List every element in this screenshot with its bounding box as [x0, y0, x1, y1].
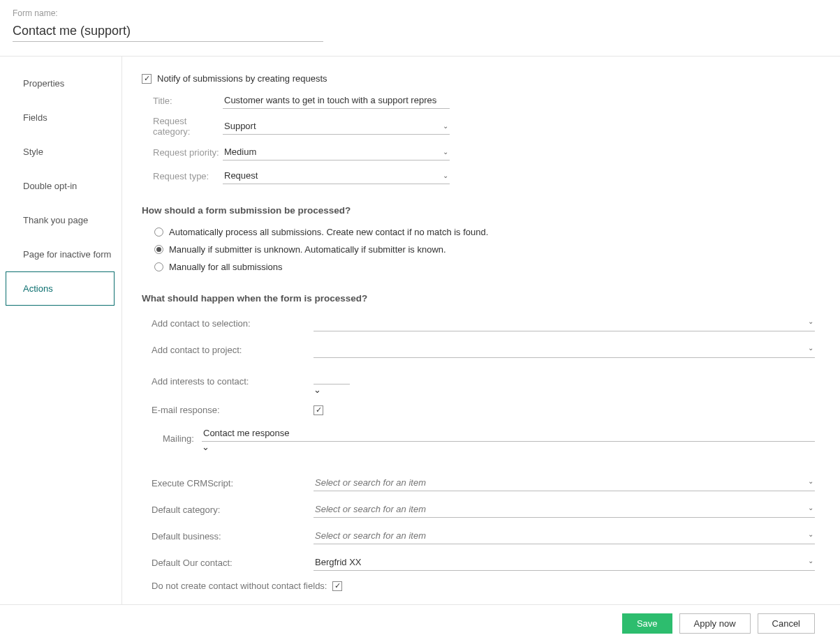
default-category-label: Default category:: [152, 505, 314, 515]
notify-checkbox[interactable]: ✓: [142, 74, 152, 84]
default-business-label: Default business:: [152, 531, 314, 542]
type-select[interactable]: [223, 167, 450, 184]
add-to-project-label: Add contact to project:: [152, 345, 314, 355]
sidebar-item-fields[interactable]: Fields: [6, 100, 115, 135]
sidebar-item-properties[interactable]: Properties: [6, 66, 115, 100]
add-to-selection-select[interactable]: [314, 315, 815, 331]
priority-label: Request priority:: [153, 147, 223, 158]
sidebar-item-actions[interactable]: Actions: [6, 271, 115, 306]
processing-heading: How should a form submission be processe…: [142, 205, 815, 216]
add-interests-select[interactable]: [314, 368, 350, 385]
processing-radio-mixed[interactable]: [154, 245, 163, 254]
notify-checkbox-label: Notify of submissions by creating reques…: [157, 73, 327, 84]
header: Form name:: [0, 0, 840, 49]
crmscript-label: Execute CRMScript:: [152, 478, 314, 488]
sidebar-item-style[interactable]: Style: [6, 135, 115, 169]
save-button[interactable]: Save: [622, 613, 672, 634]
category-select[interactable]: [223, 118, 450, 135]
chevron-down-icon: ⌄: [314, 385, 321, 395]
processed-actions-heading: What should happen when the form is proc…: [142, 293, 815, 304]
processing-option-manual: Manually for all submissions: [169, 262, 283, 272]
chevron-down-icon: ⌄: [202, 442, 209, 452]
add-interests-label: Add interests to contact:: [152, 376, 314, 387]
sidebar-item-double-opt-in[interactable]: Double opt-in: [6, 169, 115, 203]
email-response-checkbox[interactable]: ✓: [314, 405, 323, 415]
main-content: ✓ Notify of submissions by creating requ…: [122, 57, 840, 615]
no-contact-label: Do not create contact without contact fi…: [152, 581, 327, 591]
default-our-contact-label: Default Our contact:: [152, 558, 314, 568]
processing-radio-auto[interactable]: [154, 227, 163, 237]
processing-option-mixed: Manually if submitter is unknown. Automa…: [169, 244, 446, 255]
sidebar-item-thank-you[interactable]: Thank you page: [6, 203, 115, 237]
default-our-contact-select[interactable]: [314, 554, 815, 571]
default-business-select[interactable]: [314, 528, 815, 544]
footer: Save Apply now Cancel: [0, 604, 840, 642]
title-label: Title:: [153, 96, 223, 106]
no-contact-checkbox[interactable]: ✓: [332, 581, 342, 591]
email-response-label: E-mail response:: [152, 405, 314, 415]
add-to-selection-label: Add contact to selection:: [152, 318, 314, 329]
priority-select[interactable]: [223, 144, 450, 160]
form-name-input[interactable]: [13, 21, 323, 42]
add-to-project-select[interactable]: [314, 341, 815, 358]
default-category-select[interactable]: [314, 501, 815, 518]
type-label: Request type:: [153, 171, 223, 181]
apply-now-button[interactable]: Apply now: [679, 613, 751, 634]
processing-option-auto: Automatically process all submissions. C…: [169, 227, 488, 237]
processing-radio-manual[interactable]: [154, 262, 163, 271]
sidebar-item-inactive-page[interactable]: Page for inactive form: [6, 237, 115, 271]
sidebar: Properties Fields Style Double opt-in Th…: [0, 57, 122, 615]
form-name-label: Form name:: [13, 8, 827, 18]
title-input[interactable]: [223, 92, 450, 109]
mailing-select[interactable]: [202, 425, 815, 442]
category-label: Request category:: [153, 116, 223, 137]
crmscript-select[interactable]: [314, 475, 815, 491]
cancel-button[interactable]: Cancel: [758, 613, 815, 634]
mailing-label: Mailing:: [163, 433, 202, 444]
